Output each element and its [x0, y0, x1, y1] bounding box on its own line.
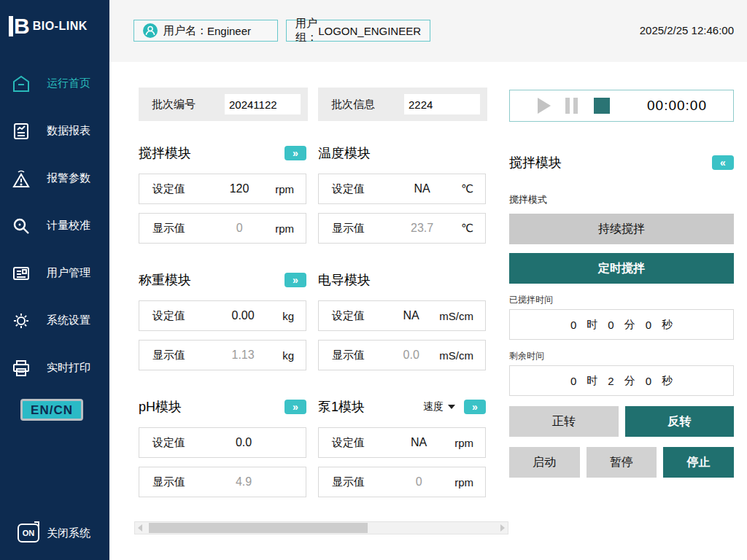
top-bar: 用户名： Engineer 用户组： LOGON_ENGINEER 2025/2… [109, 0, 747, 62]
scrollbar-thumb[interactable] [149, 523, 368, 533]
datetime-display: 2025/2/25 12:46:00 [640, 24, 734, 36]
run-timer-box: 00:00:00 [509, 90, 734, 122]
pause-icon[interactable] [565, 98, 578, 114]
sidebar-item-label: 用户管理 [47, 266, 90, 280]
module-grid: 搅拌模块 » 设定值 120 rpm 显示值 0 rpm 温度模块 设定值 N [139, 142, 487, 523]
stir-mode-label: 搅拌模式 [509, 193, 734, 206]
display-row: 显示值 0 rpm [139, 213, 306, 244]
usergroup-label: 用户组： [295, 17, 318, 44]
setpoint-row[interactable]: 设定值 0.0 [139, 427, 306, 458]
module-weighing: 称重模块 » 设定值 0.00 kg 显示值 1.13 kg [139, 269, 306, 379]
pause-button[interactable]: 暂停 [587, 447, 657, 478]
sidebar-item-label: 系统设置 [47, 314, 90, 327]
expand-icon[interactable]: » [285, 400, 306, 414]
stop-button[interactable]: 停止 [663, 447, 734, 478]
remaining-time-label: 剩余时间 [509, 350, 734, 362]
module-ph: pH模块 » 设定值 0.0 显示值 4.9 [139, 396, 306, 506]
sidebar-item-label: 报警参数 [47, 171, 90, 185]
caret-down-icon [448, 405, 455, 409]
settings-icon [10, 310, 32, 332]
sidebar-item-data-report[interactable]: 数据报表 [0, 107, 109, 155]
display-row: 显示值 0.0 mS/cm [318, 340, 486, 370]
batch-info-box: 批次信息 [318, 88, 487, 121]
sidebar-menu: 运行首页 数据报表 报警参数 [0, 60, 109, 421]
play-icon[interactable] [538, 98, 551, 114]
elapsed-time-label: 已搅拌时间 [509, 294, 734, 306]
sidebar-item-alarm-params[interactable]: 报警参数 [0, 155, 109, 202]
batch-row: 批次编号 批次信息 [139, 88, 487, 121]
batch-info-input[interactable] [404, 94, 480, 114]
sidebar-item-system-settings[interactable]: 系统设置 [0, 297, 109, 344]
user-avatar-icon [143, 23, 158, 38]
pump-mode-dropdown[interactable]: 速度 [423, 400, 455, 413]
usergroup-value: LOGON_ENGINEER [318, 25, 421, 37]
sidebar-item-user-management[interactable]: 用户管理 [0, 249, 109, 297]
shutdown-label: 关闭系统 [47, 526, 90, 540]
username-value: Engineer [207, 25, 251, 37]
module-conductivity: 电导模块 设定值 NA mS/cm 显示值 0.0 mS/cm [318, 269, 486, 379]
batch-info-label: 批次信息 [331, 98, 375, 112]
module-title: 温度模块 [318, 144, 371, 162]
batch-number-input[interactable] [225, 94, 301, 114]
alarm-icon [10, 168, 32, 190]
expand-icon[interactable]: » [285, 273, 306, 287]
expand-icon[interactable]: » [464, 400, 486, 414]
timer-value: 00:00:00 [647, 98, 707, 114]
module-title: pH模块 [139, 398, 182, 416]
module-title: 称重模块 [139, 271, 191, 289]
pump-mode-selected: 速度 [423, 400, 444, 413]
module-stir: 搅拌模块 » 设定值 120 rpm 显示值 0 rpm [139, 142, 306, 252]
scroll-right-button[interactable] [498, 522, 508, 534]
setpoint-row[interactable]: 设定值 NA mS/cm [318, 300, 486, 331]
sidebar-item-label: 数据报表 [47, 124, 90, 138]
elapsed-time-box: 0时 0分 0秒 [509, 309, 734, 340]
module-pump1: 泵1模块 速度 » 设定值 NA rpm 显示值 0 rpm [318, 396, 486, 506]
app-logo: B BIO-LINK [0, 0, 109, 47]
setpoint-row[interactable]: 设定值 120 rpm [139, 174, 306, 204]
setpoint-row[interactable]: 设定值 NA rpm [318, 427, 486, 458]
start-button[interactable]: 启动 [509, 447, 580, 478]
display-row: 显示值 23.7 ℃ [318, 213, 486, 244]
printer-icon [10, 357, 32, 379]
control-panel: 00:00:00 搅拌模块 « 搅拌模式 持续搅拌 定时搅拌 已搅拌时间 0时 … [509, 90, 734, 478]
home-icon [10, 73, 32, 95]
batch-number-box: 批次编号 [139, 88, 308, 121]
timed-stir-button[interactable]: 定时搅拌 [509, 253, 734, 284]
logo-mark-icon: B [9, 16, 28, 36]
continuous-stir-button[interactable]: 持续搅拌 [509, 214, 734, 244]
forward-button[interactable]: 正转 [509, 406, 619, 437]
shutdown-system-button[interactable]: ON 关闭系统 [0, 524, 109, 542]
setpoint-row[interactable]: 设定值 NA ℃ [318, 174, 486, 204]
calibration-icon [10, 215, 32, 237]
panel-title: 搅拌模块 [509, 154, 562, 171]
sidebar-item-realtime-print[interactable]: 实时打印 [0, 344, 109, 392]
sidebar: B BIO-LINK 运行首页 数据报表 [0, 0, 109, 560]
display-row: 显示值 4.9 [139, 467, 306, 497]
language-toggle-button[interactable]: EN/CN [20, 399, 83, 421]
setpoint-row[interactable]: 设定值 0.00 kg [139, 300, 306, 331]
module-title: 电导模块 [318, 271, 371, 289]
stop-icon[interactable] [594, 98, 610, 114]
reverse-button[interactable]: 反转 [625, 406, 735, 437]
username-label: 用户名： [163, 24, 207, 38]
remaining-time-box[interactable]: 0时 2分 0秒 [509, 365, 734, 396]
sidebar-item-run-home[interactable]: 运行首页 [0, 60, 109, 107]
main-content: 批次编号 批次信息 搅拌模块 » 设定值 120 rpm 显示值 0 r [109, 62, 747, 560]
module-title: 搅拌模块 [139, 144, 191, 162]
power-icon: ON [18, 524, 39, 542]
module-title: 泵1模块 [318, 398, 365, 416]
sidebar-item-calibration[interactable]: 计量校准 [0, 202, 109, 249]
batch-number-label: 批次编号 [152, 98, 196, 112]
display-row: 显示值 0 rpm [318, 467, 486, 497]
expand-icon[interactable]: » [285, 146, 306, 160]
username-box[interactable]: 用户名： Engineer [133, 20, 278, 42]
sidebar-item-label: 实时打印 [47, 361, 90, 375]
sidebar-item-label: 计量校准 [47, 219, 90, 233]
horizontal-scrollbar[interactable] [134, 521, 508, 534]
sidebar-item-label: 运行首页 [47, 77, 90, 90]
scroll-left-button[interactable] [135, 522, 145, 534]
logo-text: BIO-LINK [33, 20, 88, 33]
module-temperature: 温度模块 设定值 NA ℃ 显示值 23.7 ℃ [318, 142, 486, 252]
collapse-icon[interactable]: « [712, 155, 734, 170]
usergroup-box[interactable]: 用户组： LOGON_ENGINEER [286, 20, 430, 42]
